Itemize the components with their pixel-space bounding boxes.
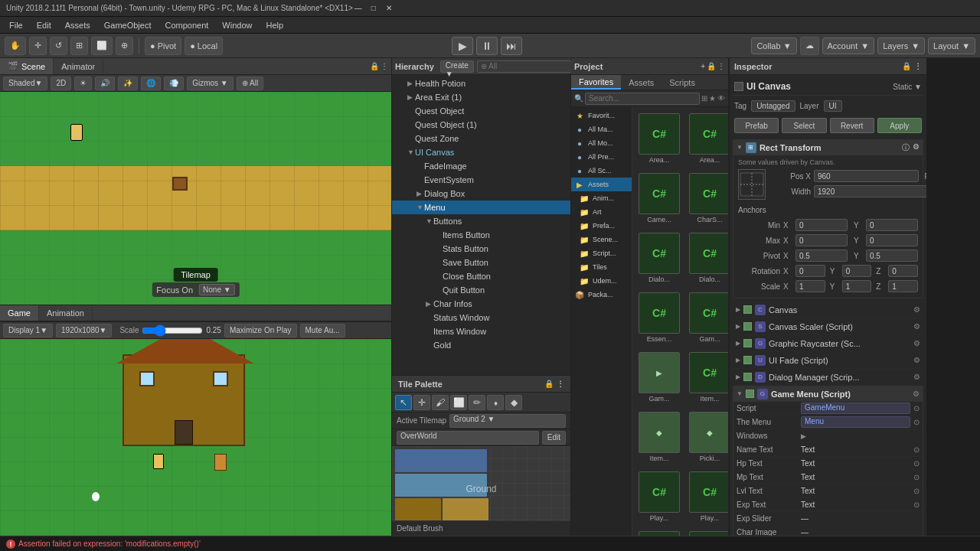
anchors-preview[interactable] [738, 169, 766, 200]
maximize-btn[interactable]: Maximize On Play [224, 324, 297, 337]
dialog-checkbox[interactable] [743, 373, 752, 381]
asset-item-dialo2[interactable]: C# Dialo... [686, 230, 728, 286]
width-input[interactable] [814, 185, 926, 197]
rect-gear-icon[interactable]: ⚙ [913, 142, 920, 153]
animation-tab[interactable]: Animation [39, 305, 93, 321]
max-y-input[interactable] [866, 234, 918, 246]
menu-window[interactable]: Window [216, 19, 258, 31]
collab-dropdown[interactable]: Collab ▼ [751, 37, 796, 54]
ui-fade-component[interactable]: ▶ U UI Fade (Script) ⚙ [733, 352, 923, 369]
step-button[interactable]: ⏭ [501, 37, 522, 55]
asset-item-area1[interactable]: C# Area... [635, 110, 683, 167]
scl-z-input[interactable] [888, 280, 918, 292]
windows-expand[interactable]: ▶ [801, 432, 806, 440]
hier-item-stats-button[interactable]: Stats Button [392, 242, 570, 256]
proj-item-all-scripts[interactable]: ● All Sc... [571, 164, 632, 178]
asset-item-item2[interactable]: ◆ Item... [635, 409, 683, 465]
hier-item-buttons[interactable]: ▼ Buttons [392, 214, 570, 228]
pos-x-input[interactable] [814, 170, 919, 182]
proj-item-scripts-folder[interactable]: 📁 Script... [571, 246, 632, 260]
proj-item-tiles[interactable]: 📁 Tiles [571, 260, 632, 274]
scene-tab[interactable]: 🎬 Scene [0, 58, 54, 74]
asset-item-gam1[interactable]: C# Gam... [686, 289, 728, 346]
maximize-button[interactable]: □ [368, 3, 379, 14]
project-search-input[interactable] [585, 93, 700, 105]
obj-active-checkbox[interactable] [734, 82, 743, 91]
rot-z-input[interactable] [888, 265, 918, 277]
hier-item-quest-obj[interactable]: Quest Object [392, 104, 570, 118]
proj-item-scenes[interactable]: 📁 Scene... [571, 233, 632, 246]
audio-button[interactable]: 🔊 [95, 77, 115, 90]
hier-item-menu[interactable]: ▼ Menu [392, 201, 570, 214]
close-button[interactable]: ✕ [384, 3, 394, 14]
minimize-button[interactable]: — [353, 3, 364, 14]
hier-item-quest-obj1[interactable]: Quest Object (1) [392, 118, 570, 132]
hier-item-close-button[interactable]: Close Button [392, 269, 570, 283]
proj-item-udem[interactable]: 📁 Udem... [571, 274, 632, 288]
menu-file[interactable]: File [3, 19, 29, 31]
layout-dropdown[interactable]: Layout ▼ [928, 37, 975, 54]
play-button[interactable]: ▶ [452, 37, 473, 55]
lighting-button[interactable]: ☀ [74, 77, 92, 90]
min-y-input[interactable] [866, 219, 918, 231]
hierarchy-create-btn[interactable]: Create ▼ [440, 60, 474, 73]
menu-gameobject[interactable]: GameObject [98, 19, 158, 31]
hier-item-save-button[interactable]: Save Button [392, 256, 570, 269]
animator-tab[interactable]: Animator [54, 58, 103, 74]
fog-button[interactable]: 💨 [164, 77, 184, 90]
2d-button[interactable]: 2D [51, 77, 71, 90]
ui-fade-gear[interactable]: ⚙ [913, 356, 920, 364]
canvas-gear[interactable]: ⚙ [913, 305, 920, 314]
scaler-gear[interactable]: ⚙ [913, 322, 920, 331]
proj-tab-assets[interactable]: Assets [621, 75, 662, 90]
asset-item-dialo1[interactable]: C# Dialo... [635, 230, 683, 286]
display-dropdown[interactable]: Display 1 ▼ [3, 324, 53, 337]
hand-tool-button[interactable]: ✋ [5, 37, 26, 55]
proj-item-assets[interactable]: ▶ Assets [571, 178, 632, 191]
max-x-input[interactable] [795, 234, 848, 246]
hier-item-char-infos[interactable]: ▶ Char Infos [392, 297, 570, 311]
raycaster-gear[interactable]: ⚙ [913, 339, 920, 347]
game-scene[interactable] [0, 339, 391, 536]
all-button[interactable]: ⊕ All [237, 77, 263, 90]
rect-transform-header[interactable]: ▼ ⊞ Rect Transform ⓘ ⚙ [733, 140, 923, 155]
rot-y-input[interactable] [842, 265, 872, 277]
scl-y-input[interactable] [842, 280, 872, 292]
canvas-scaler-component[interactable]: ▶ S Canvas Scaler (Script) ⚙ [733, 318, 923, 335]
sort-icon[interactable]: ⊞ [701, 94, 707, 103]
gizmos-dropdown[interactable]: Gizmos ▼ [187, 77, 234, 90]
asset-item-item1[interactable]: C# Item... [686, 349, 728, 406]
proj-more-icon[interactable]: ⋮ [717, 62, 725, 70]
asset-item-gam2[interactable]: ▶ Gam... [635, 349, 683, 406]
hier-item-items-window[interactable]: Items Window [392, 324, 570, 338]
pivot-button[interactable]: ● Pivot [145, 37, 181, 55]
ui-fade-checkbox[interactable] [743, 356, 752, 364]
canvas-component[interactable]: ▶ C Canvas ⚙ [733, 302, 923, 318]
tile-edit-btn[interactable]: Edit [542, 431, 566, 445]
hier-item-health-potion[interactable]: ▶ Health Potion [392, 77, 570, 90]
asset-item-chars[interactable]: C# CharS... [686, 170, 728, 227]
revert-button[interactable]: Revert [830, 118, 874, 133]
proj-item-all-prefabs[interactable]: ● All Pre... [571, 150, 632, 164]
rect-tool-button[interactable]: ⬜ [91, 37, 113, 55]
hier-item-event-system[interactable]: EventSystem [392, 173, 570, 187]
proj-tab-scripts[interactable]: Scripts [662, 75, 703, 90]
asset-item-came[interactable]: C# Came... [635, 170, 683, 227]
move-tool-button[interactable]: ✛ [29, 37, 47, 55]
hierarchy-search[interactable] [477, 60, 582, 73]
resolution-dropdown[interactable]: 1920x1080 ▼ [56, 324, 112, 337]
pivot-x-input[interactable] [795, 249, 848, 262]
select-tool-btn[interactable]: ↖ [395, 395, 412, 410]
paint-tool-btn[interactable]: 🖌 [432, 395, 449, 410]
move-tool-btn[interactable]: ✛ [413, 395, 430, 410]
asset-item-picki[interactable]: ◆ Picki... [686, 409, 728, 465]
menu-assets[interactable]: Assets [59, 19, 96, 31]
hier-item-items-button[interactable]: Items Button [392, 228, 570, 242]
raycaster-component[interactable]: ▶ G Graphic Raycaster (Sc... ⚙ [733, 335, 923, 352]
min-x-input[interactable] [795, 219, 848, 231]
proj-tab-favorites[interactable]: Favorites [571, 75, 621, 90]
hier-item-dialog-box[interactable]: ▶ Dialog Box [392, 187, 570, 201]
asset-item-essen[interactable]: C# Essen... [635, 289, 683, 346]
menu-edit[interactable]: Edit [31, 19, 57, 31]
cloud-button[interactable]: ☁ [800, 37, 819, 55]
